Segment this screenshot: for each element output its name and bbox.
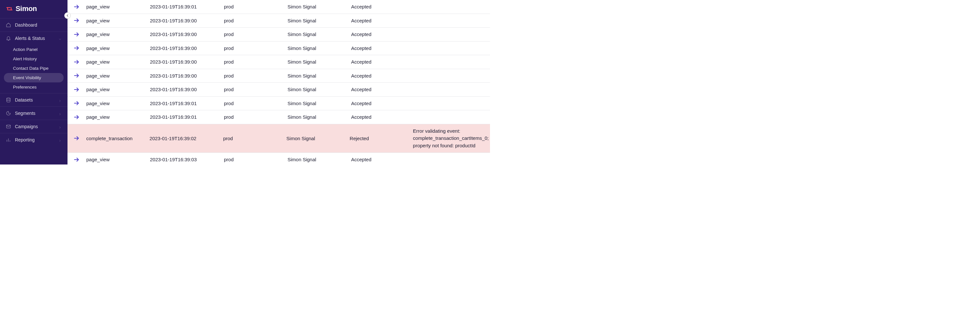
event-environment: prod [221, 83, 285, 95]
event-timestamp: 2023-01-19T16:39:00 [147, 14, 221, 27]
event-environment: prod [221, 42, 285, 54]
event-timestamp: 2023-01-19T16:39:00 [147, 42, 221, 54]
event-timestamp: 2023-01-19T16:39:00 [147, 70, 221, 82]
chevron-down-icon [59, 37, 62, 40]
home-icon [6, 22, 11, 28]
event-status: Accepted [348, 56, 412, 68]
event-name: page_view [84, 1, 147, 13]
sidebar: Simon DashboardAlerts & StatusAction Pan… [0, 0, 67, 164]
brand-logo-icon [6, 5, 13, 12]
svg-point-0 [7, 98, 10, 99]
event-name: page_view [84, 28, 147, 40]
event-row[interactable]: page_view2023-01-19T16:39:01prodSimon Si… [67, 110, 490, 124]
event-name: page_view [84, 56, 147, 68]
event-timestamp: 2023-01-19T16:39:02 [147, 132, 221, 145]
event-status: Rejected [347, 132, 410, 145]
event-timestamp: 2023-01-19T16:39:00 [147, 83, 221, 95]
sidebar-item-campaigns[interactable]: Campaigns [0, 120, 67, 133]
sidebar-item-datasets[interactable]: Datasets [0, 94, 67, 106]
brand-name: Simon [16, 5, 37, 13]
event-environment: prod [221, 70, 285, 82]
event-row[interactable]: complete_transaction2023-01-19T16:39:02p… [67, 124, 490, 153]
event-name: page_view [84, 42, 147, 54]
arrow-right-icon[interactable] [70, 28, 84, 41]
event-timestamp: 2023-01-19T16:39:01 [147, 97, 221, 109]
brand-logo[interactable]: Simon [0, 0, 67, 18]
sidebar-item-reporting[interactable]: Reporting [0, 134, 67, 146]
event-environment: prod [221, 14, 285, 27]
chevron-right-icon [59, 111, 62, 115]
event-row[interactable]: page_view2023-01-19T16:39:01prodSimon Si… [67, 0, 490, 14]
event-name: page_view [84, 70, 147, 82]
sidebar-subitem-event-visibility[interactable]: Event Visibility [4, 73, 64, 83]
event-row[interactable]: page_view2023-01-19T16:39:00prodSimon Si… [67, 83, 490, 97]
arrow-right-icon[interactable] [70, 111, 84, 124]
event-source: Simon Signal [285, 97, 348, 109]
arrow-right-icon[interactable] [70, 56, 84, 68]
bars-icon [6, 137, 11, 142]
event-name: page_view [84, 83, 147, 95]
envelope-icon [6, 124, 11, 129]
event-error [412, 86, 490, 93]
arrow-right-icon[interactable] [70, 41, 84, 54]
pie-icon [6, 111, 11, 116]
event-environment: prod [221, 1, 285, 13]
sidebar-item-dashboard[interactable]: Dashboard [0, 19, 67, 32]
sidebar-subitem-contact-data-pipe[interactable]: Contact Data Pipe [0, 64, 67, 73]
event-name: complete_transaction [84, 132, 147, 145]
sidebar-subitem-alert-history[interactable]: Alert History [0, 54, 67, 64]
event-row[interactable]: page_view2023-01-19T16:39:03prodSimon Si… [67, 153, 490, 164]
event-status: Accepted [348, 28, 412, 40]
event-source: Simon Signal [285, 56, 348, 68]
event-row[interactable]: page_view2023-01-19T16:39:01prodSimon Si… [67, 97, 490, 111]
sidebar-item-label: Datasets [15, 97, 54, 103]
event-source: Simon Signal [285, 153, 348, 164]
arrow-right-icon[interactable] [70, 153, 84, 164]
event-timestamp: 2023-01-19T16:39:00 [147, 28, 221, 40]
sidebar-subitem-preferences[interactable]: Preferences [0, 83, 67, 92]
sidebar-subitem-action-panel[interactable]: Action Panel [0, 45, 67, 54]
event-status: Accepted [348, 97, 412, 109]
arrow-right-icon[interactable] [70, 0, 84, 13]
event-status: Accepted [348, 70, 412, 82]
event-error [412, 156, 490, 163]
event-environment: prod [221, 132, 284, 145]
event-row[interactable]: page_view2023-01-19T16:39:00prodSimon Si… [67, 55, 490, 69]
event-name: page_view [84, 97, 147, 109]
event-error [412, 100, 490, 106]
sidebar-item-segments[interactable]: Segments [0, 107, 67, 120]
event-status: Accepted [348, 42, 412, 54]
event-environment: prod [221, 56, 285, 68]
event-row[interactable]: page_view2023-01-19T16:39:00prodSimon Si… [67, 14, 490, 28]
event-status: Accepted [348, 83, 412, 95]
chevron-right-icon [59, 138, 62, 141]
event-source: Simon Signal [285, 1, 348, 13]
event-name: page_view [84, 153, 147, 164]
event-error [412, 72, 490, 79]
event-error [412, 45, 490, 51]
event-row[interactable]: page_view2023-01-19T16:39:00prodSimon Si… [67, 41, 490, 56]
sidebar-item-label: Dashboard [15, 22, 62, 28]
event-timestamp: 2023-01-19T16:39:03 [147, 153, 221, 164]
chevron-right-icon [59, 125, 62, 128]
event-status: Accepted [348, 1, 412, 13]
event-timestamp: 2023-01-19T16:39:00 [147, 56, 221, 68]
event-environment: prod [221, 111, 285, 123]
chevron-right-icon [59, 98, 62, 102]
event-name: page_view [84, 111, 147, 123]
event-source: Simon Signal [285, 83, 348, 95]
arrow-right-icon[interactable] [70, 83, 84, 96]
sidebar-collapse-button[interactable] [64, 12, 71, 19]
arrow-right-icon[interactable] [70, 69, 84, 82]
event-timestamp: 2023-01-19T16:39:01 [147, 1, 221, 13]
arrow-right-icon[interactable] [70, 132, 84, 145]
arrow-right-icon[interactable] [70, 14, 84, 27]
database-icon [6, 97, 11, 103]
event-source: Simon Signal [285, 111, 348, 123]
sidebar-item-alerts-status[interactable]: Alerts & Status [0, 32, 67, 45]
event-name: page_view [84, 14, 147, 27]
event-row[interactable]: page_view2023-01-19T16:39:00prodSimon Si… [67, 69, 490, 83]
event-row[interactable]: page_view2023-01-19T16:39:00prodSimon Si… [67, 28, 490, 41]
arrow-right-icon[interactable] [70, 97, 84, 110]
event-status: Accepted [348, 153, 412, 164]
